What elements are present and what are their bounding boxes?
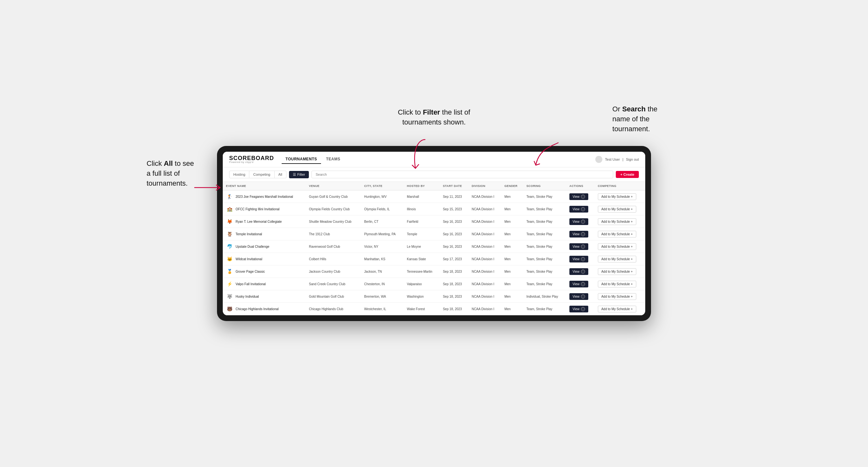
all-tab[interactable]: All bbox=[275, 170, 286, 178]
cell-city-state: Huntington, WV bbox=[361, 190, 404, 203]
cell-competing: Add to My Schedule + bbox=[595, 253, 645, 266]
view-button[interactable]: View ⓘ bbox=[569, 281, 588, 287]
cell-actions: View ⓘ bbox=[566, 240, 595, 253]
cell-start-date: Sep 16, 2023 bbox=[440, 228, 469, 240]
add-to-schedule-button[interactable]: Add to My Schedule + bbox=[598, 256, 636, 262]
view-button[interactable]: View ⓘ bbox=[569, 268, 588, 275]
cell-hosted-by: Fairfield bbox=[404, 215, 439, 228]
event-name: Valpo Fall Invitational bbox=[236, 282, 266, 286]
cell-hosted-by: Temple bbox=[404, 228, 439, 240]
hosting-tab[interactable]: Hosting bbox=[229, 170, 249, 178]
add-to-schedule-button[interactable]: Add to My Schedule + bbox=[598, 293, 636, 300]
cell-hosted-by: Le Moyne bbox=[404, 240, 439, 253]
cell-competing: Add to My Schedule + bbox=[595, 215, 645, 228]
team-logo: 🦊 bbox=[226, 218, 233, 225]
view-button[interactable]: View ⓘ bbox=[569, 306, 588, 312]
user-name: Test User bbox=[605, 157, 620, 161]
event-name: Chicago Highlands Invitational bbox=[236, 307, 279, 311]
cell-actions: View ⓘ bbox=[566, 190, 595, 203]
table-row: 🐺 Husky Individual Gold Mountain Golf Cl… bbox=[223, 290, 645, 303]
info-icon: ⓘ bbox=[581, 232, 585, 236]
cell-scoring: Team, Stroke Play bbox=[523, 228, 566, 240]
table-row: 🏅 Grover Page Classic Jackson Country Cl… bbox=[223, 266, 645, 278]
cell-gender: Men bbox=[501, 290, 523, 303]
view-button[interactable]: View ⓘ bbox=[569, 206, 588, 213]
cell-gender: Men bbox=[501, 253, 523, 266]
cell-venue: Chicago Highlands Club bbox=[306, 303, 361, 315]
team-logo: 🐻 bbox=[226, 305, 233, 312]
add-to-schedule-button[interactable]: Add to My Schedule + bbox=[598, 193, 636, 200]
col-city-state: CITY, STATE bbox=[361, 182, 404, 190]
add-to-schedule-button[interactable]: Add to My Schedule + bbox=[598, 231, 636, 238]
avatar bbox=[595, 156, 602, 163]
signout-link[interactable]: Sign out bbox=[626, 157, 639, 161]
add-to-schedule-button[interactable]: Add to My Schedule + bbox=[598, 281, 636, 287]
search-input[interactable] bbox=[311, 170, 613, 178]
team-logo: 🐱 bbox=[226, 255, 233, 262]
cell-gender: Men bbox=[501, 190, 523, 203]
logo-sub: Powered by clipp'd bbox=[229, 161, 274, 163]
team-logo: 🏅 bbox=[226, 268, 233, 275]
view-button[interactable]: View ⓘ bbox=[569, 243, 588, 250]
cell-scoring: Team, Stroke Play bbox=[523, 278, 566, 290]
cell-city-state: Bremerton, WA bbox=[361, 290, 404, 303]
col-actions: ACTIONS bbox=[566, 182, 595, 190]
cell-actions: View ⓘ bbox=[566, 203, 595, 215]
cell-event: 🐬 Upstate Dual Challenge bbox=[223, 240, 306, 253]
view-button[interactable]: View ⓘ bbox=[569, 293, 588, 300]
cell-division: NCAA Division I bbox=[469, 215, 501, 228]
info-icon: ⓘ bbox=[581, 282, 585, 286]
team-logo: 🐺 bbox=[226, 293, 233, 300]
competing-tab[interactable]: Competing bbox=[249, 170, 274, 178]
table-row: 🐬 Upstate Dual Challenge Ravenwood Golf … bbox=[223, 240, 645, 253]
create-button[interactable]: + Create bbox=[616, 171, 639, 178]
cell-event: 🏅 Grover Page Classic bbox=[223, 266, 306, 278]
cell-division: NCAA Division I bbox=[469, 290, 501, 303]
cell-city-state: Berlin, CT bbox=[361, 215, 404, 228]
tablet-screen: SCOREBOARD Powered by clipp'd TOURNAMENT… bbox=[223, 152, 645, 315]
cell-division: NCAA Division I bbox=[469, 228, 501, 240]
team-logo: 🦉 bbox=[226, 230, 233, 238]
tablet-frame: SCOREBOARD Powered by clipp'd TOURNAMENT… bbox=[217, 146, 651, 321]
add-to-schedule-button[interactable]: Add to My Schedule + bbox=[598, 306, 636, 312]
cell-competing: Add to My Schedule + bbox=[595, 190, 645, 203]
view-button[interactable]: View ⓘ bbox=[569, 256, 588, 262]
event-name: Husky Individual bbox=[236, 295, 259, 298]
cell-event: 🐻 Chicago Highlands Invitational bbox=[223, 303, 306, 315]
cell-actions: View ⓘ bbox=[566, 303, 595, 315]
cell-venue: The 1912 Club bbox=[306, 228, 361, 240]
cell-gender: Men bbox=[501, 228, 523, 240]
cell-start-date: Sep 18, 2023 bbox=[440, 290, 469, 303]
col-scoring: SCORING bbox=[523, 182, 566, 190]
cell-gender: Men bbox=[501, 303, 523, 315]
filter-button[interactable]: ☰ Filter bbox=[289, 171, 309, 178]
cell-gender: Men bbox=[501, 240, 523, 253]
table-row: 🏫 OFCC Fighting Illini Invitational Olym… bbox=[223, 203, 645, 215]
event-name: Wildcat Invitational bbox=[236, 257, 262, 261]
cell-start-date: Sep 16, 2023 bbox=[440, 240, 469, 253]
annotation-filter: Click to Filter the list oftournaments s… bbox=[398, 107, 470, 127]
cell-venue: Ravenwood Golf Club bbox=[306, 240, 361, 253]
col-division: DIVISION bbox=[469, 182, 501, 190]
nav-tabs: TOURNAMENTS TEAMS bbox=[282, 155, 588, 164]
view-button[interactable]: View ⓘ bbox=[569, 218, 588, 225]
col-competing: COMPETING bbox=[595, 182, 645, 190]
info-icon: ⓘ bbox=[581, 195, 585, 199]
cell-scoring: Team, Stroke Play bbox=[523, 215, 566, 228]
cell-city-state: Jackson, TN bbox=[361, 266, 404, 278]
cell-event: 🐱 Wildcat Invitational bbox=[223, 253, 306, 266]
cell-scoring: Team, Stroke Play bbox=[523, 190, 566, 203]
tab-tournaments[interactable]: TOURNAMENTS bbox=[282, 155, 321, 164]
cell-actions: View ⓘ bbox=[566, 290, 595, 303]
view-button[interactable]: View ⓘ bbox=[569, 193, 588, 200]
add-to-schedule-button[interactable]: Add to My Schedule + bbox=[598, 243, 636, 250]
view-button[interactable]: View ⓘ bbox=[569, 231, 588, 238]
tab-teams[interactable]: TEAMS bbox=[322, 155, 344, 164]
add-to-schedule-button[interactable]: Add to My Schedule + bbox=[598, 206, 636, 213]
cell-city-state: Olympia Fields, IL bbox=[361, 203, 404, 215]
col-event-name: EVENT NAME bbox=[223, 182, 306, 190]
event-name: OFCC Fighting Illini Invitational bbox=[236, 208, 279, 211]
table-row: 🦉 Temple Invitational The 1912 Club Plym… bbox=[223, 228, 645, 240]
add-to-schedule-button[interactable]: Add to My Schedule + bbox=[598, 268, 636, 275]
add-to-schedule-button[interactable]: Add to My Schedule + bbox=[598, 218, 636, 225]
